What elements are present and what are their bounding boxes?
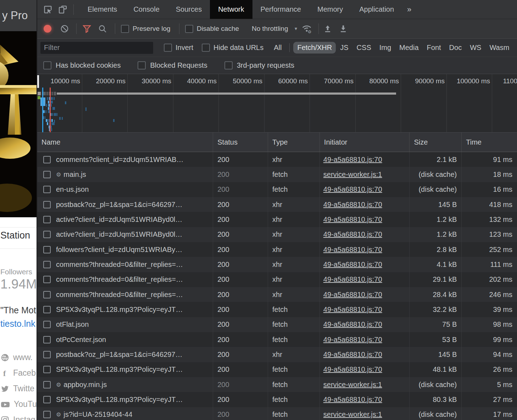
row-checkbox[interactable] — [43, 156, 51, 163]
initiator-link[interactable]: service-worker.js:1 — [323, 410, 382, 419]
column-header-initiator[interactable]: Initiator — [320, 133, 410, 152]
initiator-link[interactable]: 49-a5a68810.js:70 — [323, 306, 382, 314]
network-conditions-icon[interactable]: ⚙ — [301, 23, 312, 34]
device-toolbar-icon[interactable] — [58, 5, 68, 15]
initiator-link[interactable]: service-worker.js:1 — [323, 170, 382, 179]
resource-type-chip[interactable]: JS — [336, 42, 352, 54]
row-checkbox[interactable] — [43, 291, 51, 298]
third-party-requests-checkbox[interactable] — [224, 61, 233, 69]
initiator-link[interactable]: 49-a5a68810.js:70 — [323, 396, 382, 404]
table-row[interactable]: ⚙ otFlat.json 200 fetch 49-a5a68810.js:7… — [37, 317, 517, 332]
row-checkbox[interactable] — [43, 306, 51, 313]
resource-type-chip[interactable]: Fetch/XHR — [293, 42, 336, 54]
social-link-youtube[interactable]: YouTu — [1, 399, 37, 409]
resource-type-chip[interactable]: All — [270, 42, 285, 54]
row-checkbox[interactable] — [43, 411, 51, 418]
export-har-icon[interactable] — [338, 23, 349, 34]
column-header-type[interactable]: Type — [268, 133, 320, 152]
resource-type-chip[interactable]: Doc — [445, 42, 466, 54]
row-checkbox[interactable] — [43, 321, 51, 328]
column-header-time[interactable]: Time — [462, 133, 517, 152]
table-row[interactable]: ⚙ comments?threaded=0&filter_replies=… 2… — [37, 272, 517, 287]
row-checkbox[interactable] — [43, 366, 51, 373]
table-row[interactable]: ⚙ comments?threaded=0&filter_replies=… 2… — [37, 257, 517, 272]
initiator-link[interactable]: 49-a5a68810.js:70 — [323, 351, 382, 359]
row-checkbox[interactable] — [43, 246, 51, 253]
initiator-link[interactable]: 49-a5a68810.js:70 — [323, 365, 382, 374]
resource-type-chip[interactable]: Font — [423, 42, 445, 54]
initiator-link[interactable]: 49-a5a68810.js:70 — [323, 261, 382, 269]
devtools-tab[interactable]: Sources — [168, 0, 210, 19]
inspect-element-icon[interactable] — [43, 5, 53, 15]
devtools-tab[interactable]: Application — [351, 0, 402, 19]
invert-checkbox[interactable] — [164, 44, 172, 52]
row-checkbox[interactable] — [43, 261, 51, 268]
disable-cache-checkbox[interactable] — [185, 25, 193, 33]
table-row[interactable]: ⚙ otPcCenter.json 200 fetch 49-a5a68810.… — [37, 332, 517, 347]
initiator-link[interactable]: 49-a5a68810.js:70 — [323, 230, 382, 239]
more-tabs-icon[interactable]: » — [402, 0, 416, 19]
devtools-tab[interactable]: Network — [210, 0, 252, 19]
social-link-twitter[interactable]: Twitte — [1, 384, 37, 393]
table-row[interactable]: ⚙ appboy.min.js 200 fetch service-worker… — [37, 377, 517, 392]
row-checkbox[interactable] — [43, 396, 51, 403]
table-row[interactable]: ⚙ SP5X3v3tyqPL.128.mp3?Policy=eyJT… 200 … — [37, 392, 517, 407]
column-header-status[interactable]: Status — [213, 133, 268, 152]
social-link-facebook[interactable]: f Faceb — [1, 368, 37, 378]
resource-type-chip[interactable]: Img — [376, 42, 395, 54]
table-row[interactable]: ⚙ postback?oz_pl=1&spa=1&ci=646297… 200 … — [37, 347, 517, 362]
search-icon[interactable] — [97, 23, 108, 34]
row-checkbox[interactable] — [43, 351, 51, 358]
column-header-size[interactable]: Size — [410, 133, 462, 152]
filter-input[interactable] — [40, 42, 153, 54]
resource-type-chip[interactable]: Wasm — [485, 42, 513, 54]
initiator-link[interactable]: 49-a5a68810.js:70 — [323, 320, 382, 329]
row-checkbox[interactable] — [43, 201, 51, 208]
row-checkbox[interactable] — [43, 381, 51, 388]
has-blocked-cookies-checkbox[interactable] — [43, 61, 51, 69]
filter-funnel-icon[interactable] — [82, 23, 92, 34]
devtools-tab[interactable]: Performance — [252, 0, 310, 19]
table-row[interactable]: ⚙ SP5X3v3tyqPL.128.mp3?Policy=eyJT… 200 … — [37, 302, 517, 317]
row-checkbox[interactable] — [43, 336, 51, 343]
initiator-link[interactable]: 49-a5a68810.js:70 — [323, 185, 382, 194]
import-har-icon[interactable] — [322, 23, 333, 34]
table-row[interactable]: ⚙ active?client_id=zdUqm51WRIAByd0l… 200… — [37, 227, 517, 242]
initiator-link[interactable]: 49-a5a68810.js:70 — [323, 246, 382, 254]
table-row[interactable]: ⚙ comments?threaded=0&filter_replies=… 2… — [37, 287, 517, 302]
initiator-link[interactable]: 49-a5a68810.js:70 — [323, 275, 382, 284]
record-button[interactable] — [44, 25, 51, 33]
table-row[interactable]: ⚙ main.js 200 fetch service-worker.js:1 … — [37, 167, 517, 182]
network-overview-timeline[interactable]: 10000 ms20000 ms30000 ms40000 ms50000 ms… — [37, 74, 517, 133]
preserve-log-checkbox[interactable] — [121, 25, 129, 33]
track-link[interactable]: tiesto.lnk — [0, 319, 35, 329]
resource-type-chip[interactable]: CSS — [353, 42, 375, 54]
row-checkbox[interactable] — [43, 216, 51, 223]
initiator-link[interactable]: 49-a5a68810.js:70 — [323, 291, 382, 299]
devtools-tab[interactable]: Elements — [79, 0, 125, 19]
table-row[interactable]: ⚙ active?client_id=zdUqm51WRIAByd0l… 200… — [37, 212, 517, 227]
devtools-tab[interactable]: Console — [125, 0, 167, 19]
row-checkbox[interactable] — [43, 171, 51, 178]
row-checkbox[interactable] — [43, 276, 51, 283]
table-row[interactable]: ⚙ comments?client_id=zdUqm51WRIAB… 200 x… — [37, 152, 517, 167]
table-row[interactable]: ⚙ js?id=UA-2519404-44 200 fetch service-… — [37, 407, 517, 420]
initiator-link[interactable]: 49-a5a68810.js:70 — [323, 201, 382, 209]
initiator-link[interactable]: 49-a5a68810.js:70 — [323, 336, 382, 344]
initiator-link[interactable]: 49-a5a68810.js:70 — [323, 215, 382, 224]
table-row[interactable]: ⚙ en-us.json 200 fetch 49-a5a68810.js:70… — [37, 182, 517, 197]
table-row[interactable]: ⚙ postback?oz_pl=1&spa=1&ci=646297… 200 … — [37, 197, 517, 212]
social-link-website[interactable]: www. — [1, 353, 37, 362]
social-link-instagram[interactable]: Instag — [1, 415, 37, 420]
blocked-requests-checkbox[interactable] — [138, 61, 146, 69]
clear-button[interactable] — [59, 23, 70, 34]
resource-type-chip[interactable]: Media — [395, 42, 422, 54]
row-checkbox[interactable] — [43, 186, 51, 193]
devtools-tab[interactable]: Memory — [309, 0, 351, 19]
station-button[interactable]: Station — [0, 230, 30, 241]
hide-data-urls-checkbox[interactable] — [202, 44, 210, 52]
throttling-select[interactable]: No throttling ▼ — [252, 25, 298, 33]
row-checkbox[interactable] — [43, 231, 51, 238]
resource-type-chip[interactable]: WS — [466, 42, 485, 54]
initiator-link[interactable]: 49-a5a68810.js:70 — [323, 156, 382, 164]
